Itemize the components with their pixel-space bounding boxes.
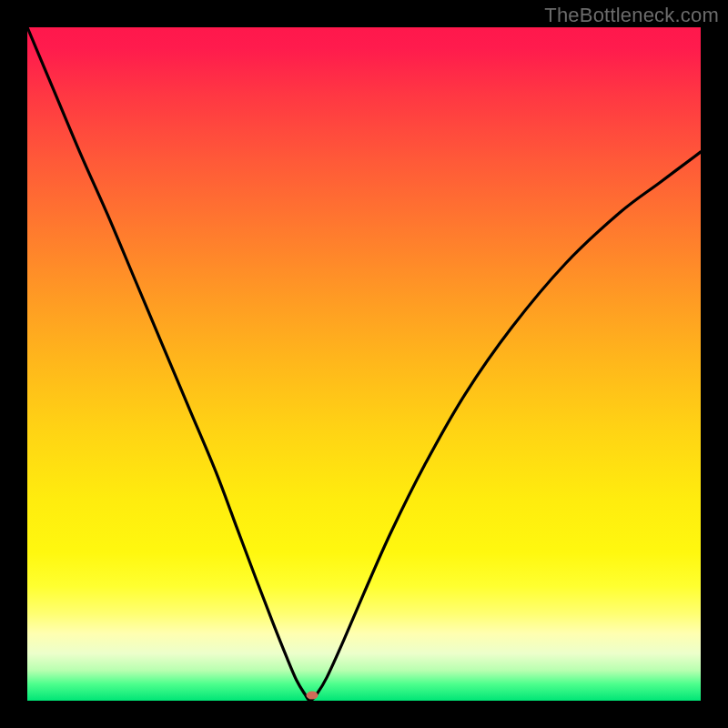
gradient-background <box>27 27 701 701</box>
bottleneck-chart <box>27 27 701 701</box>
optimum-marker <box>307 692 318 700</box>
plot-area <box>27 27 701 701</box>
attribution-text: TheBottleneck.com <box>544 4 719 27</box>
chart-frame: TheBottleneck.com <box>0 0 728 728</box>
